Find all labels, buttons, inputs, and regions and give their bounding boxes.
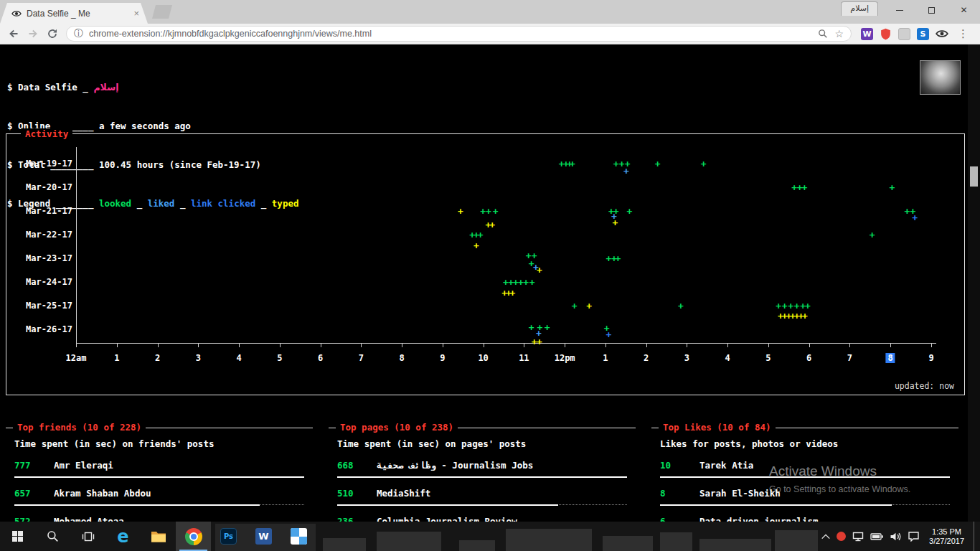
address-bar[interactable]: ⓘ chrome-extension://kjmnobfdkgaclpkgeni… [66, 26, 852, 42]
zoom-icon[interactable] [818, 29, 828, 39]
activity-point-looked[interactable]: + [570, 159, 575, 169]
page-scrollbar[interactable] [968, 44, 980, 522]
x-axis-label: 4 [725, 353, 730, 363]
bookmark-star-icon[interactable]: ☆ [834, 28, 844, 39]
activity-point-typed[interactable]: + [586, 301, 592, 311]
activity-point-looked[interactable]: + [802, 183, 808, 192]
scrollbar-thumb[interactable] [970, 166, 978, 187]
photoshop-taskbar-icon[interactable]: Ps [211, 522, 246, 551]
activity-point-looked[interactable]: + [626, 207, 632, 216]
value-bar-fill [660, 504, 892, 506]
maximize-button[interactable] [915, 0, 948, 20]
activity-point-looked[interactable]: + [782, 301, 788, 311]
shield-extension-icon[interactable] [880, 28, 892, 40]
activity-point-typed[interactable]: + [458, 207, 463, 216]
blue-s-extension-icon[interactable]: S [917, 28, 929, 40]
word-taskbar-icon[interactable]: W [246, 522, 281, 551]
activity-point-clicked[interactable]: + [912, 213, 918, 222]
purple-w-extension-icon[interactable]: W [861, 28, 873, 40]
list-item[interactable]: 657Akram Shaban Abdou [14, 488, 304, 499]
back-button[interactable] [4, 24, 23, 44]
tray-chevron-up-icon[interactable] [821, 533, 831, 540]
activity-point-looked[interactable]: + [655, 159, 661, 169]
forward-button[interactable] [23, 24, 42, 44]
list-item[interactable]: 668وظائف صحفية - Journalism Jobs [337, 460, 627, 471]
action-center-icon[interactable] [908, 531, 920, 542]
activity-point-looked[interactable]: + [794, 301, 800, 311]
activity-point-looked[interactable]: + [788, 301, 793, 311]
volume-tray-icon[interactable] [890, 532, 902, 542]
activity-point-looked[interactable]: + [529, 278, 535, 287]
y-axis-label: Mar-23-17 [18, 253, 72, 264]
chrome-taskbar-icon[interactable] [176, 522, 211, 551]
data-selfie-page: $ Data Selfie _ إسلام $ Online _______ a… [0, 44, 980, 522]
activity-point-looked[interactable]: + [613, 159, 619, 169]
battery-tray-icon[interactable] [870, 532, 884, 542]
activity-point-looked[interactable]: + [701, 159, 707, 169]
task-view-button[interactable] [70, 522, 105, 551]
chrome-icon [185, 528, 202, 545]
activity-point-looked[interactable]: + [572, 301, 578, 311]
start-button[interactable] [0, 522, 35, 551]
list-item[interactable]: 510MediaShift [337, 488, 627, 499]
activity-point-typed[interactable]: + [473, 241, 479, 250]
network-tray-icon[interactable] [852, 531, 864, 542]
activity-point-looked[interactable]: + [486, 207, 491, 216]
minimize-button[interactable] [883, 0, 915, 20]
data-selfie-extension-icon[interactable] [936, 29, 948, 39]
activity-point-liked[interactable]: + [623, 166, 629, 176]
search-button[interactable] [35, 522, 70, 551]
list-item[interactable]: 572Mohamed Ateaa [14, 516, 304, 522]
activate-windows-watermark: Activate Windows Go to Settings to activ… [769, 463, 910, 494]
antivirus-tray-icon[interactable] [837, 532, 846, 541]
activity-point-looked[interactable]: + [776, 301, 781, 311]
pinned-app-icon[interactable] [281, 522, 316, 551]
activity-point-looked[interactable]: + [478, 230, 484, 240]
activity-point-looked[interactable]: + [523, 278, 529, 287]
close-button[interactable]: ✕ [948, 0, 980, 20]
activity-point-looked[interactable]: + [905, 207, 910, 216]
list-item[interactable]: 236Columbia Journalism Review [337, 516, 627, 522]
browser-menu-icon[interactable]: ⋮ [955, 27, 971, 40]
x-axis-label: 9 [928, 353, 933, 363]
value-bar [337, 504, 627, 505]
activity-point-looked[interactable]: + [870, 230, 875, 240]
list-item[interactable]: 6Data driven journalism [660, 516, 950, 522]
activity-point-typed[interactable]: + [802, 311, 808, 321]
show-desktop-button[interactable] [974, 522, 978, 551]
activity-point-looked[interactable]: + [493, 207, 499, 216]
activity-point-typed[interactable]: + [537, 337, 542, 347]
activity-point-typed[interactable]: + [537, 265, 542, 275]
item-value: 777 [14, 460, 54, 471]
activity-point-typed[interactable]: + [613, 218, 618, 227]
activity-point-typed[interactable]: + [510, 288, 516, 298]
activity-point-looked[interactable]: + [805, 301, 811, 311]
x-axis-label: 11 [519, 353, 529, 363]
tab-close-icon[interactable]: × [133, 9, 139, 18]
edge-browser-icon[interactable]: e [105, 522, 141, 551]
app-icon [291, 528, 307, 545]
activity-point-looked[interactable]: + [678, 301, 684, 311]
active-tab[interactable]: Data Selfie _ Me × [0, 3, 148, 24]
disabled-extension-icon[interactable] [898, 28, 910, 40]
list-item[interactable]: 777Amr Eleraqi [14, 460, 304, 471]
axis-tick [117, 344, 118, 347]
activity-point-clicked[interactable]: + [606, 330, 612, 339]
activity-point-looked[interactable]: + [616, 254, 621, 263]
activity-point-looked[interactable]: + [529, 323, 534, 332]
url-text[interactable]: chrome-extension://kjmnobfdkgaclpkgenicc… [89, 29, 812, 39]
new-tab-button[interactable] [152, 5, 172, 19]
taskbar-clock[interactable]: 1:35 PM 3/27/2017 [929, 527, 964, 546]
reload-button[interactable] [42, 24, 62, 44]
y-axis-label: Mar-19-17 [18, 158, 72, 169]
activity-point-looked[interactable]: + [890, 183, 895, 192]
y-axis-label: Mar-22-17 [18, 229, 72, 240]
page-info-icon[interactable]: ⓘ [74, 27, 83, 40]
taskbar: e Ps W [0, 522, 980, 551]
activity-point-looked[interactable]: + [480, 207, 486, 216]
browser-profile-chip[interactable]: إسلام [841, 1, 878, 16]
file-explorer-icon[interactable] [141, 522, 176, 551]
x-axis-line [76, 343, 936, 344]
activity-point-looked[interactable]: + [545, 323, 550, 332]
activity-point-typed[interactable]: + [489, 220, 495, 230]
